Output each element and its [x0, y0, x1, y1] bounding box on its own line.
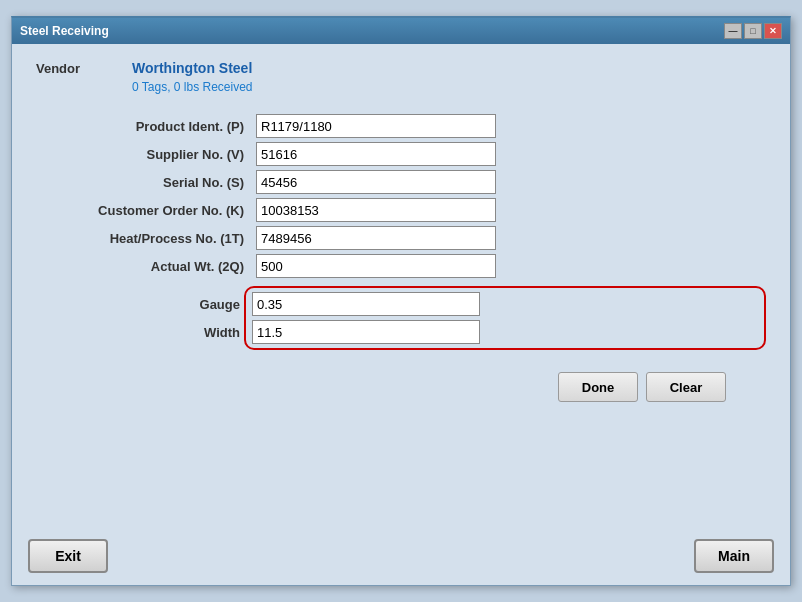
window-body: Vendor Worthington Steel 0 Tags, 0 lbs R… [12, 44, 790, 531]
main-button[interactable]: Main [694, 539, 774, 573]
field-input-2[interactable] [256, 170, 496, 194]
width-label: Width [44, 325, 252, 340]
field-label-2: Serial No. (S) [36, 175, 256, 190]
field-input-4[interactable] [256, 226, 496, 250]
tags-info: 0 Tags, 0 lbs Received [132, 80, 766, 94]
window-controls: — □ ✕ [724, 23, 782, 39]
field-input-0[interactable] [256, 114, 496, 138]
done-button[interactable]: Done [558, 372, 638, 402]
form-row-2: Serial No. (S) [36, 170, 766, 194]
gauge-input[interactable] [252, 292, 480, 316]
form-row-0: Product Ident. (P) [36, 114, 766, 138]
vendor-section: Vendor Worthington Steel 0 Tags, 0 lbs R… [36, 60, 766, 104]
main-window: Steel Receiving — □ ✕ Vendor Worthington… [11, 16, 791, 586]
gauge-label: Gauge [44, 297, 252, 312]
form-row-1: Supplier No. (V) [36, 142, 766, 166]
minimize-button[interactable]: — [724, 23, 742, 39]
bottom-bar: Exit Main [12, 531, 790, 585]
field-input-1[interactable] [256, 142, 496, 166]
field-label-3: Customer Order No. (K) [36, 203, 256, 218]
width-input[interactable] [252, 320, 480, 344]
width-row: Width [252, 320, 758, 344]
field-input-5[interactable] [256, 254, 496, 278]
highlighted-inner: Gauge Width [252, 292, 758, 344]
window-title: Steel Receiving [20, 24, 109, 38]
maximize-button[interactable]: □ [744, 23, 762, 39]
action-buttons: Done Clear [36, 372, 766, 402]
titlebar: Steel Receiving — □ ✕ [12, 18, 790, 44]
form-row-4: Heat/Process No. (1T) [36, 226, 766, 250]
form-section: Product Ident. (P)Supplier No. (V)Serial… [36, 114, 766, 354]
clear-button[interactable]: Clear [646, 372, 726, 402]
highlighted-fields-group: Gauge Width [244, 286, 766, 350]
form-row-5: Actual Wt. (2Q) [36, 254, 766, 278]
form-row-3: Customer Order No. (K) [36, 198, 766, 222]
field-label-1: Supplier No. (V) [36, 147, 256, 162]
field-label-5: Actual Wt. (2Q) [36, 259, 256, 274]
close-button[interactable]: ✕ [764, 23, 782, 39]
vendor-row: Vendor Worthington Steel [36, 60, 766, 76]
exit-button[interactable]: Exit [28, 539, 108, 573]
field-input-3[interactable] [256, 198, 496, 222]
field-label-0: Product Ident. (P) [36, 119, 256, 134]
vendor-name: Worthington Steel [132, 60, 252, 76]
gauge-row: Gauge [252, 292, 758, 316]
vendor-label: Vendor [36, 61, 116, 76]
field-label-4: Heat/Process No. (1T) [36, 231, 256, 246]
